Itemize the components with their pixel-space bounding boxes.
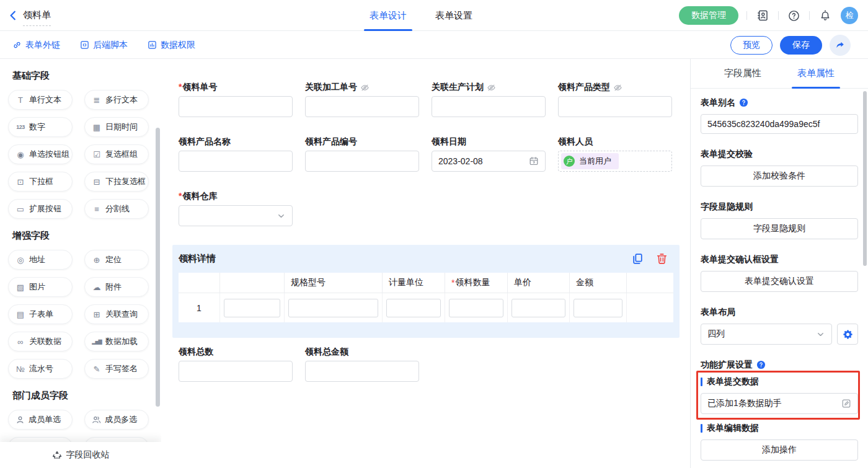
field-item-number[interactable]: 123数字 [8,117,73,137]
field-visibility-heading: 字段显隐规则 [701,201,753,213]
field-warehouse[interactable]: *领料仓库 [179,190,293,226]
field-total-quantity[interactable]: 领料总数 [179,346,293,382]
delete-trash-icon[interactable] [655,252,668,265]
subform-requisition-detail[interactable]: 领料详情 规格型号 计量单位 *领料数量 单价 金额 1 [172,245,680,338]
field-item-multi-dropdown[interactable]: ⊟下拉复选框 [84,172,149,192]
field-item-subform[interactable]: ▤子表单 [8,304,73,324]
field-item-signature[interactable]: ✎手写签名 [84,359,149,379]
field-label: 领料仓库 [182,191,217,201]
cell-input-unit-price[interactable] [512,299,565,317]
field-product-name[interactable]: 领料产品名称 [179,136,293,172]
form-external-link-label: 表单外链 [25,40,60,51]
requisition-date-input[interactable]: 2023-02-08 [432,151,546,172]
tab-form-settings[interactable]: 表单设置 [435,0,472,31]
form-title[interactable]: 领料单 [23,9,51,26]
field-item-single-line-text[interactable]: T单行文本 [8,90,73,110]
form-alias-input[interactable]: 545635c823240da499a9ec5f [701,114,858,134]
form-external-link[interactable]: 表单外链 [12,40,60,51]
field-item-label: 数字 [29,121,45,133]
subform-title: 领料详情 [179,253,216,265]
field-total-amount[interactable]: 领料总金额 [305,346,419,382]
field-label: 领料日期 [432,136,466,148]
save-button[interactable]: 保存 [780,36,822,55]
add-validation-button[interactable]: 添加校验条件 [701,166,858,187]
data-permission-link[interactable]: 数据权限 [148,40,195,51]
help-icon[interactable] [787,10,801,22]
requisition-person-input[interactable]: 户 当前用户 [558,151,672,172]
cell-input-blank[interactable] [224,299,280,317]
backend-script-link[interactable]: 后端脚本 [80,40,128,51]
layout-gear-button[interactable] [837,324,858,345]
data-manage-button[interactable]: 数据管理 [679,6,738,25]
warehouse-select[interactable] [179,205,293,226]
product-name-input[interactable] [179,151,293,172]
field-item-location[interactable]: ⊕定位 [84,250,149,270]
product-code-input[interactable] [305,151,419,172]
section-submit-validation: 表单提交校验 添加校验条件 [701,149,858,187]
data-assistant-field[interactable]: 已添加1条数据助手 [701,393,858,414]
subform-table: 规格型号 计量单位 *领料数量 单价 金额 1 [179,273,673,322]
question-help-icon[interactable] [739,98,748,107]
add-operation-button[interactable]: 添加操作 [701,439,858,461]
edit-pencil-icon[interactable] [841,399,851,408]
panel-scrollbar[interactable] [863,91,867,266]
tab-form-properties[interactable]: 表单属性 [797,59,835,89]
field-item-extension-button[interactable]: ▭扩展按钮 [8,199,73,219]
cell-input-spec-model[interactable] [288,299,378,317]
field-product-type[interactable]: 领料产品类型 [558,81,672,117]
question-help-icon[interactable] [756,360,766,369]
pen-icon: ✎ [92,364,102,374]
product-type-input[interactable] [558,96,672,117]
field-item-checkbox-group[interactable]: ☑复选框组 [84,144,149,164]
form-layout-select[interactable]: 四列 [701,324,832,345]
cell-input-amount[interactable] [574,299,622,317]
persons-icon [92,415,101,425]
user-avatar[interactable]: 检 [841,7,858,24]
requisition-no-input[interactable] [179,96,293,117]
copy-icon[interactable] [631,252,644,265]
field-requisition-person[interactable]: 领料人员 户 当前用户 [558,136,672,172]
field-visibility-rules-button[interactable]: 字段显隐规则 [701,218,858,239]
field-item-divider[interactable]: ≡分割线 [84,199,149,219]
field-item-linked-query[interactable]: ⊞关联查询 [84,304,149,324]
field-item-member-single[interactable]: 成员单选 [8,410,73,430]
preview-button[interactable]: 预览 [730,36,773,55]
linked-process-order-input[interactable] [305,96,419,117]
field-item-member-multi[interactable]: 成员多选 [84,410,149,430]
field-requisition-date[interactable]: 领料日期 2023-02-08 [432,136,546,172]
column-header-rownum [179,273,220,293]
tab-form-design[interactable]: 表单设计 [370,0,407,31]
field-recycle-bin[interactable]: 字段回收站 [0,442,161,468]
field-item-radio-group[interactable]: ◉单选按钮组 [8,144,73,164]
field-item-attachment[interactable]: ☁附件 [84,277,149,297]
field-item-datetime[interactable]: ▦日期时间 [84,117,149,137]
total-quantity-input[interactable] [179,361,293,382]
field-linked-process-order[interactable]: 关联加工单号 [305,81,419,117]
cell-input-unit[interactable] [386,299,441,317]
field-item-image[interactable]: ▨图片 [8,277,73,297]
field-item-dropdown[interactable]: ⊡下拉框 [8,172,73,192]
back-button[interactable] [7,10,19,21]
notification-bell-icon[interactable] [818,9,833,22]
multi-dropdown-icon: ⊟ [92,177,102,187]
total-amount-input[interactable] [305,361,419,382]
field-item-multi-line-text[interactable]: ≣多行文本 [84,90,149,110]
linked-production-plan-input[interactable] [432,96,546,117]
tab-field-properties[interactable]: 字段属性 [724,59,761,89]
field-requisition-no[interactable]: *领料单号 [179,81,293,117]
eye-off-icon [613,83,622,92]
share-button[interactable] [830,35,851,56]
field-item-serial-number[interactable]: №流水号 [8,359,73,379]
field-item-label: 地址 [29,254,45,265]
field-item-data-load[interactable]: ▂▅▇数据加载 [84,332,149,351]
submit-confirm-settings-button[interactable]: 表单提交确认设置 [701,271,858,292]
field-item-linked-data[interactable]: ∞关联数据 [8,332,73,351]
field-item-address[interactable]: ◎地址 [8,250,73,270]
field-label: 领料单号 [182,82,217,92]
field-product-code[interactable]: 领料产品编号 [305,136,419,172]
field-linked-production-plan[interactable]: 关联生产计划 [432,81,546,117]
current-user-tag[interactable]: 户 当前用户 [561,153,619,169]
contacts-book-icon[interactable] [755,9,770,22]
sidebar-scrollbar[interactable] [156,128,160,407]
cell-input-quantity[interactable] [449,299,503,317]
